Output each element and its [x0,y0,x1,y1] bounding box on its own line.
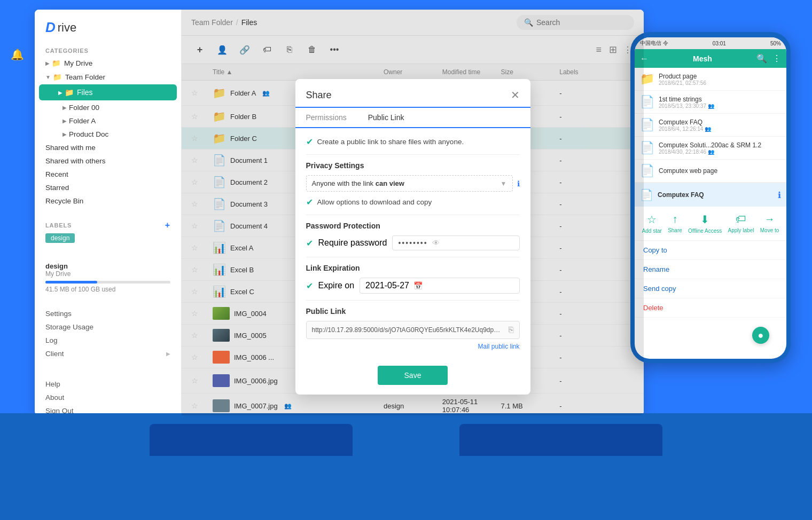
phone-status-bar: 中国电信 令 03:01 50% [635,37,786,49]
phone-info-icon[interactable]: ℹ [778,190,781,200]
sidebar-label-recent: Recent [45,170,68,178]
sidebar-label-shared-with-others: Shared with others [45,157,106,165]
sidebar-item-shared-with-me[interactable]: Shared with me [35,141,181,154]
sidebar-help[interactable]: Help [45,377,170,391]
modal-close-button[interactable]: ✕ [511,89,520,107]
phone-more-icon[interactable]: ⋮ [772,53,781,64]
phone-file-date: 2018/6/4, 12:26:14 👥 [659,126,781,132]
check-label-download: Allow options to download and copy [317,198,432,206]
tab-permissions[interactable]: Permissions [295,108,357,128]
phone-menu-delete[interactable]: Delete [635,298,786,318]
phone-action-move-to[interactable]: → Move to [760,213,779,234]
phone-action-apply-label[interactable]: 🏷 Apply label [728,213,754,234]
label-design-tag[interactable]: design [45,233,75,243]
phone-menu-rename[interactable]: Rename [635,260,786,279]
sidebar-item-folder-a[interactable]: ▶ Folder A [35,114,181,128]
phone-menu-copy-to[interactable]: Copy to [635,241,786,260]
labels-label: LABELS [45,222,72,229]
phone-file-date: 2018/4/30, 22:18:46 👥 [659,149,781,155]
check-icon-download: ✔ [306,197,313,207]
sidebar-item-recycle-bin[interactable]: Recycle Bin [35,194,181,208]
save-button[interactable]: Save [378,366,448,385]
phone-context-file-header: 📄 Computex FAQ ℹ [635,183,786,207]
info-icon[interactable]: ℹ [517,179,520,188]
main-content: Team Folder / Files 🔍 + 👤 🔗 🏷 ⎘ 🗑 ••• ≡ … [182,10,644,415]
phone-file-list: 📁 Product page 2018/6/21, 02:57:56 📄 1st… [635,68,786,333]
sidebar-storage-usage[interactable]: Storage Usage [45,320,170,334]
phone-nav-bar: ← Mesh 🔍 ⋮ [635,49,786,68]
check-icon-create: ✔ [306,137,313,147]
phone-action-add-star[interactable]: ☆ Add star [642,213,662,234]
phone-time: 03:01 [713,41,726,46]
sidebar-client[interactable]: Client ▶ [45,347,170,360]
phone-mockup: 中国电信 令 03:01 50% ← Mesh 🔍 ⋮ 📁 Product pa… [630,32,791,363]
sidebar-about[interactable]: About [45,391,170,404]
sidebar-item-folder-00[interactable]: ▶ Folder 00 [35,101,181,114]
app-window: D rive CATEGORIES ▶ 📁 My Drive ▼ 📁 Team … [35,10,644,415]
phone-context-menu: 📄 Computex FAQ ℹ ☆ Add star ↑ Share ⬇ [635,183,786,318]
date-input-wrap[interactable]: 2021-05-27 📅 [360,278,519,294]
storage-used: 41.5 MB of 100 GB used [45,286,170,293]
sidebar-item-product-doc[interactable]: ▶ Product Doc [35,128,181,141]
copy-link-icon[interactable]: ⎘ [509,325,514,335]
phone-file-name: Computex web page [659,167,781,175]
storage-info: design My Drive 41.5 MB of 100 GB used [35,257,181,295]
privacy-section-label: Privacy Settings [306,161,520,170]
sidebar-settings[interactable]: Settings [45,307,170,320]
phone-file-item[interactable]: 📁 Product page 2018/6/21, 02:57:56 [635,68,786,91]
calendar-icon[interactable]: 📅 [413,281,423,290]
sidebar-item-recent[interactable]: Recent [35,168,181,181]
modal-body: ✔ Create a public link to share files wi… [295,128,530,359]
phone-battery: 50% [770,41,781,46]
phone-context-file-name: Computex FAQ [658,191,704,199]
phone-nav-title: Mesh [693,54,712,63]
password-dots: •••••••• [398,239,427,247]
check-label-create: Create a public link to share files with… [317,138,464,146]
sidebar-item-starred[interactable]: Starred [35,181,181,194]
labels-section: LABELS + design [35,216,181,248]
sidebar-label-files: Files [77,88,93,97]
password-input-wrap[interactable]: •••••••• 👁 [392,235,519,250]
expire-date: 2021-05-27 [365,281,409,290]
device-silhouette-left [150,424,353,456]
privacy-select[interactable]: Anyone with the link can view ▼ [306,175,513,192]
logo-text: rive [58,21,76,35]
sidebar-item-my-drive[interactable]: ▶ 📁 My Drive [35,56,181,70]
phone-menu-send-copy[interactable]: Send copy [635,279,786,298]
notification-bell[interactable]: 🔔 [11,48,24,61]
sidebar-item-team-folder[interactable]: ▼ 📁 Team Folder [35,70,181,84]
shared-icon: 👥 [708,149,714,155]
sidebar-label-team-folder: Team Folder [65,73,105,81]
password-section-label: Password Protection [306,222,520,230]
storage-drive: My Drive [45,270,170,278]
sidebar-label-my-drive: My Drive [64,59,92,67]
modal-tabs: Permissions Public Link [295,108,530,128]
eye-icon[interactable]: 👁 [432,239,440,247]
shared-icon: 👥 [708,103,714,109]
modal-overlay[interactable]: Share ✕ Permissions Public Link ✔ Create… [182,10,644,415]
modal-header: Share ✕ [295,79,530,108]
phone-file-item[interactable]: 📄 Computex Soluti...200ac & SRM 1.2 2018… [635,137,786,160]
move-icon: → [764,213,775,225]
sidebar-item-shared-with-others[interactable]: Shared with others [35,154,181,168]
phone-search-icon[interactable]: 🔍 [756,53,767,64]
modal-title: Share [306,90,332,106]
mail-public-link[interactable]: Mail public link [478,343,519,350]
tab-public-link[interactable]: Public Link [357,108,415,128]
add-label-button[interactable]: + [165,220,170,230]
sidebar-log[interactable]: Log [45,334,170,347]
sidebar-label-starred: Starred [45,184,69,192]
phone-file-item[interactable]: 📄 Computex web page [635,160,786,183]
check-allow-download: ✔ Allow options to download and copy [306,197,520,207]
link-url-text: http://10.17.29.89:5000/d/s/jO7tAG0RQYEu… [312,326,504,334]
phone-file-name: Computex FAQ [659,119,781,126]
public-link-label: Public Link [306,307,520,316]
expiry-section-label: Link Expiration [306,264,520,272]
phone-fab[interactable]: ● [752,327,769,344]
phone-file-item[interactable]: 📄 Computex FAQ 2018/6/4, 12:26:14 👥 [635,114,786,137]
phone-action-share[interactable]: ↑ Share [668,213,682,234]
sidebar-label-product-doc: Product Doc [69,130,108,138]
phone-action-offline[interactable]: ⬇ Offline Access [688,213,722,234]
phone-file-item[interactable]: 📄 1st time strings 2018/5/13, 23:30:37 👥 [635,91,786,114]
sidebar-item-files[interactable]: ▶ 📁 Files [39,84,177,100]
